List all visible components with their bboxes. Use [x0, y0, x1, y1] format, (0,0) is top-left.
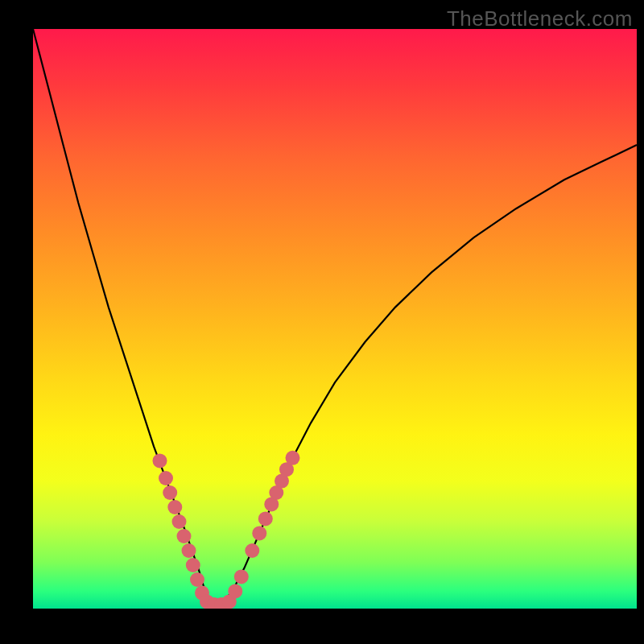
- marker-dot: [258, 511, 273, 526]
- marker-dot: [182, 543, 196, 558]
- marker-dot: [159, 471, 173, 485]
- chart-svg: [33, 29, 637, 609]
- marker-dot: [163, 485, 177, 500]
- marker-dot: [172, 514, 187, 529]
- marker-dot: [177, 529, 192, 543]
- marker-dot: [190, 572, 204, 587]
- chart-frame: TheBottleneck.com: [0, 0, 644, 644]
- bottleneck-curve: [33, 29, 637, 605]
- plot-area: [33, 29, 637, 609]
- watermark-text: TheBottleneck.com: [447, 6, 633, 31]
- marker-dot: [234, 569, 249, 584]
- marker-dot: [167, 500, 182, 514]
- marker-dot: [252, 526, 266, 540]
- marker-dot: [228, 584, 242, 598]
- marker-dot: [186, 558, 200, 572]
- marker-dot: [286, 451, 300, 465]
- marker-dot: [153, 453, 167, 468]
- marker-dot: [245, 543, 259, 558]
- dot-cluster: [153, 451, 300, 609]
